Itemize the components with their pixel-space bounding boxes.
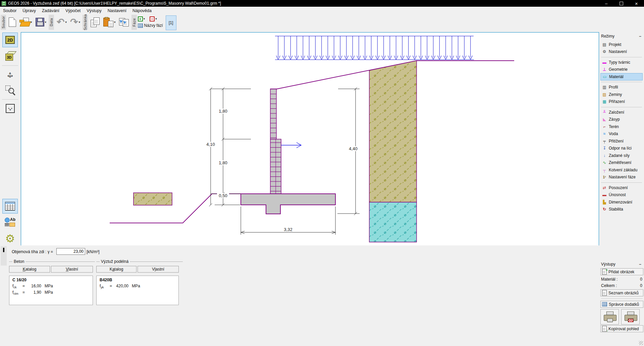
open-file-button[interactable]: ▾: [18, 15, 33, 29]
modes-collapse-button[interactable]: –: [639, 34, 641, 39]
mode-item-label: Nastavení fáze: [609, 175, 636, 179]
reinforcement-info-box: B420B fyk = 420,00 MPa: [96, 276, 179, 305]
save-button[interactable]: ▾: [35, 15, 48, 29]
mode-item-zemetreseni[interactable]: ∿ Zemětřesení: [600, 159, 643, 167]
menu-soubor[interactable]: Soubor: [0, 7, 19, 14]
unit-weight-unit: [kN/m³]: [87, 249, 100, 254]
save-dropdown-icon[interactable]: ▾: [45, 20, 47, 24]
resize-grip[interactable]: [639, 341, 643, 345]
view-2d-button[interactable]: 2D: [2, 33, 18, 47]
mode-item-material[interactable]: ▭ Materiál: [600, 73, 643, 80]
base-anchorage-icon: ┬: [602, 168, 607, 172]
new-file-button[interactable]: [8, 15, 17, 29]
drawing-settings-button[interactable]: Ab: [2, 215, 18, 230]
mode-item-pritizeni[interactable]: ┯ Přitížení: [600, 137, 643, 145]
mode-item-voda[interactable]: ≈ Voda: [600, 130, 643, 138]
picture-list-button[interactable]: Seznam obrázků: [600, 289, 643, 296]
maximize-icon: [620, 2, 623, 5]
remove-phase-dropdown-icon[interactable]: ▾: [155, 17, 157, 20]
mode-item-zalozeni[interactable]: ╨ Založení: [600, 109, 643, 116]
fit-view-button[interactable]: ↔↔: [2, 101, 18, 116]
menu-vystupy[interactable]: Výstupy: [84, 7, 104, 14]
redo-dropdown-icon[interactable]: ▾: [79, 20, 80, 24]
add-phase-dropdown-icon[interactable]: ▾: [144, 17, 145, 20]
reinforcement-custom-button[interactable]: Vlastní: [138, 266, 179, 273]
mode-item-nastaveni-faze[interactable]: 1² Nastavení fáze: [600, 174, 643, 181]
bearing-capacity-icon: ▬: [602, 192, 607, 197]
applied-forces-icon: ↓: [602, 153, 607, 158]
mode-item-odpor-na-lici[interactable]: ↧ Odpor na líci: [600, 145, 643, 152]
copy-picture-button[interactable]: [118, 15, 130, 29]
reinforcement-catalog-button[interactable]: Katalog: [96, 266, 137, 273]
app-window: GEO5 2026 - Vyztužená zeď (64 bit) [C:\U…: [0, 0, 644, 346]
mode-item-posouzeni[interactable]: ⇄ Posouzení: [600, 184, 643, 191]
statusbar: [0, 339, 644, 346]
view-3d-button[interactable]: 3D: [2, 49, 18, 63]
block-type-icon: ▬: [602, 60, 607, 65]
mode-item-geometrie[interactable]: ⊥ Geometrie: [600, 66, 643, 73]
print-preview-button[interactable]: [621, 309, 640, 325]
undo-icon: ↶: [57, 18, 64, 26]
menu-vypocet[interactable]: Výpočet: [62, 7, 84, 14]
phase-tab-1[interactable]: [1]: [166, 15, 176, 30]
modes-separator: [600, 105, 643, 109]
mode-item-dimenzovani[interactable]: ▙ Dimenzování: [600, 198, 643, 206]
frame-splitter-handle[interactable]: [1, 246, 7, 266]
undo-button[interactable]: ↶ ▾: [56, 15, 68, 29]
mode-item-projekt[interactable]: ▤ Projekt: [600, 41, 643, 48]
modes-separator: [600, 80, 643, 84]
paste-dropdown-icon[interactable]: ▾: [114, 20, 116, 24]
phase-names-button[interactable]: Názvy fází: [138, 22, 163, 29]
dim-label-180-bottom: 1,80: [219, 160, 227, 165]
mode-item-stabilita[interactable]: ↻ Stabilita: [600, 206, 643, 213]
mode-item-unosnost[interactable]: ▬ Únosnost: [600, 191, 643, 199]
concrete-custom-button[interactable]: Vlastní: [51, 266, 93, 273]
mode-item-profil[interactable]: ▥ Profil: [600, 84, 643, 91]
copy-picture-icon: [119, 17, 129, 27]
settings-gear-button[interactable]: ⚙: [2, 231, 18, 246]
open-dropdown-icon[interactable]: ▾: [31, 20, 32, 24]
add-phase-button[interactable]: +: [138, 16, 143, 21]
mode-item-teren[interactable]: ⌐ Terén: [600, 123, 643, 130]
paste-button[interactable]: ▾: [102, 15, 117, 29]
print-button[interactable]: [600, 309, 619, 325]
copy-button[interactable]: [90, 15, 101, 29]
close-button[interactable]: ×: [629, 0, 644, 7]
frame-table-button[interactable]: [2, 199, 18, 214]
concrete-group-legend: Beton: [12, 259, 25, 264]
mode-item-typy-tvarnic[interactable]: ▬ Typy tvárnic: [600, 59, 643, 66]
menu-nastaveni[interactable]: Nastavení: [105, 7, 129, 14]
view-3d-icon: 3D: [5, 51, 15, 61]
zoom-select-button[interactable]: [2, 83, 18, 98]
mode-item-prirazeni[interactable]: ▦ Přiřazení: [600, 98, 643, 106]
annex-manager-label: Správce dodatků: [609, 302, 639, 307]
mode-item-zeminy[interactable]: ▨ Zeminy: [600, 91, 643, 98]
menu-upravy[interactable]: Úpravy: [19, 7, 39, 14]
remove-phase-button[interactable]: −: [150, 16, 155, 21]
undo-dropdown-icon[interactable]: ▾: [65, 20, 67, 24]
wall-drawing: 1,80 4,10 1,80 0,50 4,40 3,32: [21, 33, 599, 245]
redo-button[interactable]: ↷ ▾: [69, 15, 81, 29]
maximize-button[interactable]: [614, 0, 629, 7]
menu-zadavani[interactable]: Zadávání: [39, 7, 62, 14]
copy-view-button[interactable]: ↕ Kopírovat pohled: [600, 325, 643, 332]
add-picture-button[interactable]: + Přidat obrázek: [600, 268, 643, 275]
mode-item-zasyp[interactable]: ◣ Zásyp: [600, 116, 643, 123]
drawing-canvas[interactable]: 1,80 4,10 1,80 0,50 4,40 3,32: [21, 32, 599, 246]
unit-weight-input[interactable]: [56, 248, 85, 255]
outputs-collapse-button[interactable]: –: [639, 262, 641, 267]
menu-napoveda[interactable]: Nápověda: [129, 7, 155, 14]
geometry-icon: ⊥: [602, 67, 607, 72]
stability-icon: ↻: [602, 207, 607, 212]
concrete-catalog-button[interactable]: Katalog: [9, 266, 50, 273]
pan-tool-button[interactable]: ↔↕: [2, 67, 18, 82]
mode-item-kotveni-zakladu[interactable]: ┬ Kotvení základu: [600, 166, 643, 174]
verification-icon: ⇄: [602, 185, 607, 190]
dimension-labels: 1,80 4,10 1,80 0,50 4,40 3,32: [204, 109, 360, 232]
concrete-fctm-row: fctm = 1,90 MPa: [9, 289, 93, 296]
annex-manager-button[interactable]: Správce dodatků: [600, 301, 643, 308]
minimize-button[interactable]: –: [599, 0, 614, 7]
mode-item-zadane-sily[interactable]: ↓ Zadané síly: [600, 152, 643, 159]
mode-item-nastaveni[interactable]: ⚙ Nastavení: [600, 48, 643, 56]
mode-item-label: Voda: [609, 131, 618, 136]
